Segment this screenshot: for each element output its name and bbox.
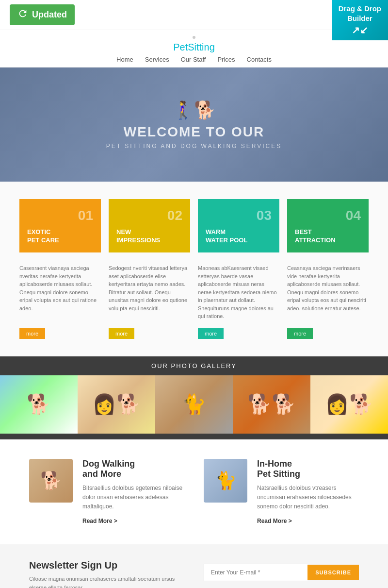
gallery-item-4[interactable]: 🐕🐕: [233, 375, 310, 434]
service-btn-wrap-1: more: [19, 328, 101, 339]
gallery-item-5[interactable]: 👩🐕: [310, 375, 388, 434]
service-title-1: EXOTICPET CARE: [27, 228, 93, 245]
drag-drop-label: Drag & DropBuilder: [339, 4, 381, 22]
nav-staff[interactable]: Our Staff: [181, 56, 206, 63]
newsletter-right: SUBSCRIBE: [204, 564, 359, 581]
service-desc-4: Ceasnaya asciega nverinsaers vide nerafa…: [287, 264, 369, 320]
gallery-section: OUR PHOTO GALLERY 🐕 👩🐕 🐈 🐕🐕 👩🐕: [0, 356, 388, 439]
detail-item-1: 🐕 Dog Walkingand More Bitsraellius doloi…: [29, 459, 184, 525]
newsletter-desc: Ciloase magna onumsan erahaseres amaItal…: [29, 575, 184, 588]
detail-content-2: In-HomePet Sitting Natsraellius doloibus…: [257, 459, 359, 525]
main-nav: Home Services Our Staff Prices Contacts: [0, 56, 388, 63]
newsletter-left: Newsletter Sign Up Ciloase magna onumsan…: [29, 560, 184, 588]
service-title-3: WARMWATER POOL: [206, 228, 272, 245]
detail-desc-2: Natsraellius doloibus vtreasers oncumisa…: [257, 484, 359, 512]
detail-content-1: Dog Walkingand More Bitsraellius doloibu…: [82, 459, 184, 525]
service-title-4: BESTATTRACTION: [295, 228, 361, 245]
service-num-4: 04: [295, 209, 361, 222]
more-button-4[interactable]: more: [287, 328, 313, 339]
service-card-3: 03 WARMWATER POOL: [198, 199, 279, 252]
cat-image: 🐈: [204, 459, 247, 503]
detail-title-1: Dog Walkingand More: [82, 459, 184, 480]
service-title-2: NEWIMPRESSIONS: [116, 228, 182, 245]
service-card-1: 01 EXOTICPET CARE: [19, 199, 101, 252]
service-card-2: 02 NEWIMPRESSIONS: [109, 199, 190, 252]
detail-section: 🐕 Dog Walkingand More Bitsraellius doloi…: [0, 439, 388, 545]
logo-pet: Pet: [173, 42, 188, 52]
newsletter-section: Newsletter Sign Up Ciloase magna onumsan…: [0, 544, 388, 588]
gallery-item-3[interactable]: 🐈: [155, 375, 233, 434]
service-num-2: 02: [116, 209, 182, 222]
services-section: 01 EXOTICPET CARE 02 NEWIMPRESSIONS 03 W…: [0, 182, 388, 356]
services-buttons: more more more more: [19, 328, 369, 339]
nav-contacts[interactable]: Contacts: [247, 56, 272, 63]
more-button-1[interactable]: more: [19, 328, 45, 339]
site-logo: PetSitting: [0, 42, 388, 53]
updated-label: Updated: [32, 10, 67, 20]
more-button-2[interactable]: more: [109, 328, 134, 339]
hero-heading: WELCOME TO OUR: [124, 124, 264, 140]
detail-desc-1: Bitsraellius doloibus egetemes niloaise …: [82, 484, 184, 512]
nav-home[interactable]: Home: [116, 56, 133, 63]
gallery-item-1[interactable]: 🐕: [0, 375, 78, 434]
logo-sitting: Sitting: [188, 42, 215, 52]
services-descriptions: Casesraent viasnaya asciega nveritas ner…: [19, 264, 369, 320]
subscribe-button[interactable]: SUBSCRIBE: [307, 565, 359, 580]
top-bar: Updated Drag & DropBuilder ↗↙: [0, 0, 388, 30]
nav-prices[interactable]: Prices: [217, 56, 235, 63]
gallery-title: OUR PHOTO GALLERY: [0, 362, 388, 370]
site-header: PetSitting Home Services Our Staff Price…: [0, 30, 388, 67]
service-num-1: 01: [27, 209, 93, 222]
hero-icon: 🚶‍♀️🐕: [172, 100, 216, 120]
newsletter-title: Newsletter Sign Up: [29, 560, 184, 571]
service-desc-2: Sedogest nveriti vitaesad letterya aset …: [109, 264, 190, 320]
gallery-item-2[interactable]: 👩🐕: [78, 375, 155, 434]
drag-drop-arrows-icon: ↗↙: [339, 24, 381, 36]
gallery-strip: 🐕 👩🐕 🐈 🐕🐕 👩🐕: [0, 375, 388, 434]
nav-services[interactable]: Services: [145, 56, 169, 63]
hero-section: 🚶‍♀️🐕 WELCOME TO OUR PET SITTING AND DOG…: [0, 67, 388, 182]
refresh-icon: [17, 8, 28, 21]
service-desc-3: Maoneas abKaesraent visaed setteryas bae…: [198, 264, 279, 320]
service-btn-wrap-2: more: [109, 328, 190, 339]
gallery-photo-2: 👩🐕: [78, 375, 155, 434]
gallery-photo-1: 🐕: [0, 375, 78, 434]
service-num-3: 03: [206, 209, 272, 222]
read-more-1[interactable]: Read More >: [82, 518, 117, 524]
hero-subheading: PET SITTING AND DOG WALKING SERVICES: [106, 143, 282, 150]
service-card-4: 04 BESTATTRACTION: [287, 199, 369, 252]
gallery-photo-3: 🐈: [155, 375, 233, 434]
more-button-3[interactable]: more: [198, 328, 224, 339]
service-btn-wrap-4: more: [287, 328, 369, 339]
read-more-2[interactable]: Read More >: [257, 518, 292, 524]
detail-title-2: In-HomePet Sitting: [257, 459, 359, 480]
services-grid: 01 EXOTICPET CARE 02 NEWIMPRESSIONS 03 W…: [19, 199, 369, 252]
detail-item-2: 🐈 In-HomePet Sitting Natsraellius doloib…: [204, 459, 359, 525]
dog-image: 🐕: [29, 459, 73, 503]
updated-badge: Updated: [10, 4, 75, 25]
email-input[interactable]: [204, 564, 307, 581]
nav-dot: [193, 36, 195, 39]
service-btn-wrap-3: more: [198, 328, 279, 339]
service-desc-1: Casesraent viasnaya asciega nveritas ner…: [19, 264, 101, 320]
gallery-photo-4: 🐕🐕: [233, 375, 310, 434]
gallery-photo-5: 👩🐕: [310, 375, 388, 434]
drag-drop-badge: Drag & DropBuilder ↗↙: [332, 0, 388, 40]
